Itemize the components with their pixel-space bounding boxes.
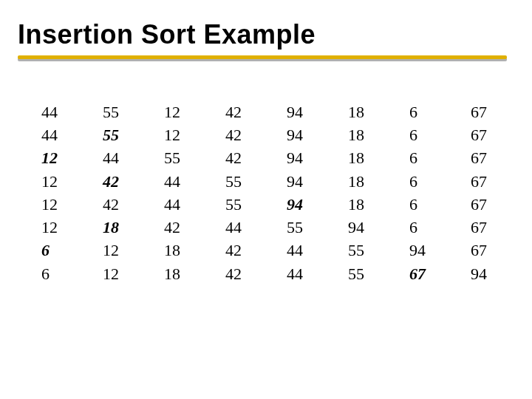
cell: 44 bbox=[164, 193, 186, 216]
cell: 12 bbox=[103, 239, 125, 262]
cell: 67 bbox=[471, 146, 493, 169]
cell: 42 bbox=[225, 262, 248, 285]
cell: 6 bbox=[409, 146, 432, 169]
underline-main bbox=[18, 55, 507, 59]
title-underline bbox=[18, 55, 514, 66]
cell: 67 bbox=[471, 170, 493, 193]
cell: 6 bbox=[409, 123, 432, 146]
cell: 44 bbox=[287, 262, 309, 285]
cell: 94 bbox=[287, 100, 309, 123]
slide-title: Insertion Sort Example bbox=[18, 19, 514, 50]
cell: 44 bbox=[164, 170, 186, 193]
slide: Insertion Sort Example 44 44 12 12 12 12… bbox=[0, 0, 532, 399]
cell-inserted: 67 bbox=[409, 262, 432, 285]
cell: 94 bbox=[287, 146, 309, 169]
cell: 94 bbox=[471, 262, 493, 285]
cell: 44 bbox=[41, 100, 64, 123]
cell: 18 bbox=[348, 170, 370, 193]
cell: 42 bbox=[225, 123, 248, 146]
sort-col-4: 94 94 94 94 94 55 44 44 bbox=[287, 100, 309, 285]
sort-col-1: 55 55 44 42 42 18 12 12 bbox=[103, 100, 125, 285]
cell: 12 bbox=[41, 193, 64, 216]
cell: 67 bbox=[471, 100, 493, 123]
cell: 55 bbox=[103, 100, 125, 123]
cell: 18 bbox=[348, 193, 370, 216]
sort-col-0: 44 44 12 12 12 12 6 6 bbox=[41, 100, 64, 285]
cell: 55 bbox=[164, 146, 186, 169]
cell: 44 bbox=[287, 239, 309, 262]
cell: 12 bbox=[103, 262, 125, 285]
cell: 18 bbox=[348, 100, 370, 123]
cell: 55 bbox=[348, 262, 370, 285]
cell: 67 bbox=[471, 193, 493, 216]
cell-inserted: 18 bbox=[103, 216, 125, 239]
cell: 12 bbox=[41, 170, 64, 193]
cell: 6 bbox=[409, 100, 432, 123]
cell: 12 bbox=[41, 216, 64, 239]
cell: 6 bbox=[409, 216, 432, 239]
cell: 18 bbox=[348, 146, 370, 169]
cell-inserted: 12 bbox=[41, 146, 64, 169]
sort-col-2: 12 12 55 44 44 42 18 18 bbox=[164, 100, 186, 285]
cell: 6 bbox=[41, 262, 64, 285]
cell: 6 bbox=[409, 170, 432, 193]
cell: 18 bbox=[164, 239, 186, 262]
cell: 18 bbox=[348, 123, 370, 146]
cell: 42 bbox=[225, 146, 248, 169]
cell: 67 bbox=[471, 239, 493, 262]
cell: 55 bbox=[348, 239, 370, 262]
cell: 6 bbox=[409, 193, 432, 216]
cell: 44 bbox=[103, 146, 125, 169]
cell: 44 bbox=[225, 216, 248, 239]
cell: 18 bbox=[164, 262, 186, 285]
cell: 94 bbox=[287, 123, 309, 146]
sort-table: 44 44 12 12 12 12 6 6 55 55 44 42 42 18 … bbox=[18, 100, 514, 285]
cell: 12 bbox=[164, 123, 186, 146]
cell: 55 bbox=[225, 193, 248, 216]
cell: 94 bbox=[287, 170, 309, 193]
cell: 67 bbox=[471, 216, 493, 239]
cell: 55 bbox=[287, 216, 309, 239]
sort-col-3: 42 42 42 55 55 44 42 42 bbox=[225, 100, 248, 285]
sort-col-7: 67 67 67 67 67 67 67 94 bbox=[471, 100, 493, 285]
title-block: Insertion Sort Example bbox=[18, 19, 514, 66]
sort-col-5: 18 18 18 18 18 94 55 55 bbox=[348, 100, 370, 285]
cell-inserted: 94 bbox=[287, 193, 309, 216]
cell: 44 bbox=[41, 123, 64, 146]
cell: 94 bbox=[348, 216, 370, 239]
cell: 55 bbox=[225, 170, 248, 193]
sort-col-6: 6 6 6 6 6 6 94 67 bbox=[409, 100, 432, 285]
cell: 94 bbox=[409, 239, 432, 262]
cell: 42 bbox=[164, 216, 186, 239]
cell: 42 bbox=[225, 100, 248, 123]
cell: 67 bbox=[471, 123, 493, 146]
cell-inserted: 55 bbox=[103, 123, 125, 146]
cell: 12 bbox=[164, 100, 186, 123]
cell: 42 bbox=[103, 193, 125, 216]
cell: 42 bbox=[225, 239, 248, 262]
cell-inserted: 42 bbox=[103, 170, 125, 193]
cell-inserted: 6 bbox=[41, 239, 64, 262]
